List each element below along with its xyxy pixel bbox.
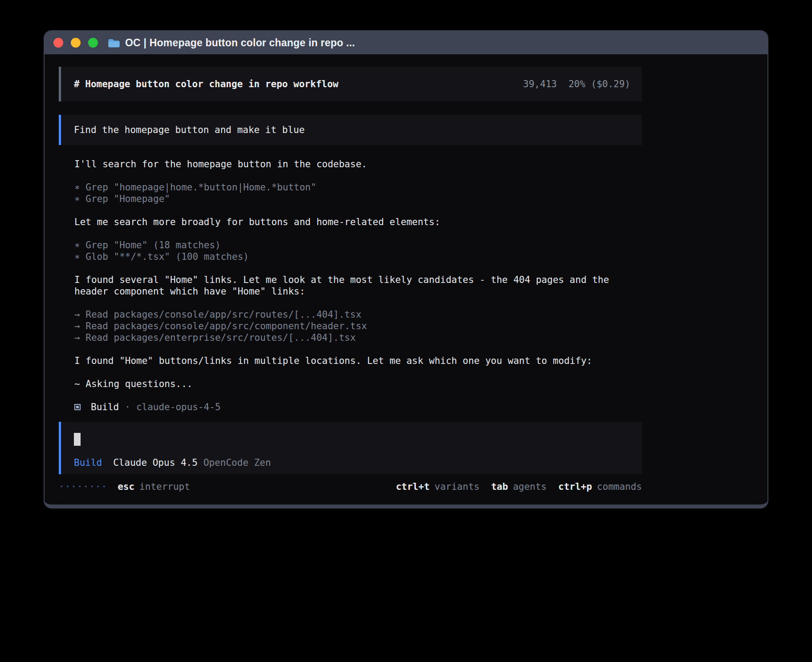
spinner-dots: ········ [59, 481, 107, 492]
tool-call-group: ∗ Grep "Home" (18 matches) ∗ Glob "**/*.… [74, 239, 630, 262]
commands-hint: ctrl+p commands [558, 481, 642, 492]
assistant-paragraph: I'll search for the homepage button in t… [74, 158, 630, 170]
window-title: OC | Homepage button color change in rep… [125, 37, 355, 49]
assistant-paragraph: I found "Home" buttons/links in multiple… [74, 355, 630, 367]
input-agent-label: Build [74, 457, 102, 468]
session-title: # Homepage button color change in repo w… [74, 79, 338, 89]
commands-label: commands [597, 481, 642, 492]
assistant-paragraph: I found several "Home" links. Let me loo… [74, 274, 630, 297]
tool-call-line: → Read packages/console/app/src/componen… [74, 320, 630, 332]
status-bar-right: ctrl+t variants tab agents ctrl+p comman… [396, 481, 642, 492]
ctrl-t-key: ctrl+t [396, 481, 430, 492]
esc-key: esc [118, 481, 134, 492]
tool-call-line: ∗ Grep "Home" (18 matches) [74, 239, 630, 251]
zoom-button[interactable] [88, 38, 98, 48]
variants-hint: ctrl+t variants [396, 481, 479, 492]
minimize-button[interactable] [71, 38, 81, 48]
session-stats: 39,413 20% ($0.29) [523, 79, 630, 89]
agent-separator: · [125, 401, 130, 413]
agent-status-line: Build · claude-opus-4-5 [74, 401, 630, 413]
status-bar-left: ········ esc interrupt [59, 481, 190, 492]
esc-interrupt-hint: esc interrupt [118, 481, 190, 492]
prompt-input-area[interactable]: Build Claude Opus 4.5 OpenCode Zen [59, 422, 642, 474]
terminal-window: OC | Homepage button color change in rep… [44, 30, 768, 509]
session-header: # Homepage button color change in repo w… [59, 67, 642, 101]
window-titlebar[interactable]: OC | Homepage button color change in rep… [45, 31, 767, 54]
assistant-paragraph: ~ Asking questions... [74, 378, 630, 390]
agent-name: Build [91, 401, 119, 413]
tool-call-line: → Read packages/console/app/src/routes/[… [74, 309, 630, 320]
input-model-label: Claude Opus 4.5 [113, 457, 198, 468]
tool-call-line: ∗ Grep "homepage|home.*button|Home.*butt… [74, 182, 630, 193]
variants-label: variants [434, 481, 479, 492]
agent-build-icon [74, 404, 81, 410]
esc-label: interrupt [139, 481, 190, 492]
token-count: 39,413 [523, 79, 557, 89]
agents-hint: tab agents [491, 481, 547, 492]
tool-call-group: ∗ Grep "homepage|home.*button|Home.*butt… [74, 182, 630, 205]
agents-label: agents [513, 481, 547, 492]
folder-icon [108, 38, 120, 48]
assistant-paragraph: Let me search more broadly for buttons a… [74, 216, 630, 228]
assistant-transcript: I'll search for the homepage button in t… [74, 158, 630, 413]
tool-call-group: → Read packages/console/app/src/routes/[… [74, 309, 630, 343]
context-usage: 20% ($0.29) [568, 79, 630, 89]
tool-call-line: ∗ Glob "**/*.tsx" (100 matches) [74, 251, 630, 262]
terminal-content: # Homepage button color change in repo w… [45, 54, 767, 492]
user-message: Find the homepage button and make it blu… [59, 115, 642, 145]
input-meta-row: Build Claude Opus 4.5 OpenCode Zen [74, 457, 629, 468]
ctrl-p-key: ctrl+p [558, 481, 592, 492]
tool-call-line: ∗ Grep "Homepage" [74, 193, 630, 205]
agent-model-name: claude-opus-4-5 [136, 401, 221, 413]
status-bar: ········ esc interrupt ctrl+t variants t… [59, 481, 642, 492]
input-provider-label: OpenCode Zen [203, 457, 271, 468]
close-button[interactable] [53, 38, 63, 48]
tab-key: tab [491, 481, 508, 492]
text-cursor [74, 433, 81, 446]
traffic-lights [53, 38, 98, 48]
user-message-text: Find the homepage button and make it blu… [74, 125, 304, 135]
tool-call-line: → Read packages/enterprise/src/routes/[.… [74, 332, 630, 343]
